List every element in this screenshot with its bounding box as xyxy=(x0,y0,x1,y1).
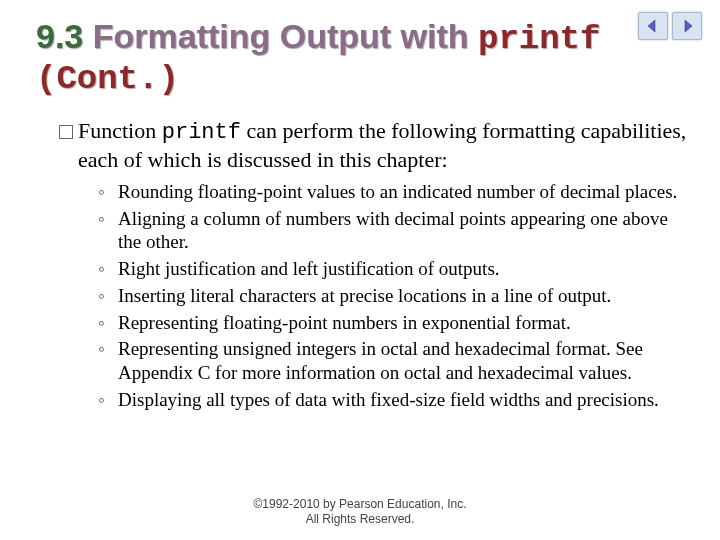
bullet-text: Aligning a column of numbers with decima… xyxy=(118,208,668,253)
copyright-line2: All Rights Reserved. xyxy=(306,512,415,526)
nav-buttons xyxy=(638,12,702,40)
bullet-list: Rounding floating-point values to an ind… xyxy=(36,180,692,412)
list-item: Inserting literal characters at precise … xyxy=(98,284,692,308)
slide-title: 9.3 Formatting Output with printf (Cont.… xyxy=(36,18,622,99)
intro-code-word: printf xyxy=(162,120,241,145)
title-section-number: 9.3 xyxy=(36,17,83,55)
title-main-text: Formatting Output with xyxy=(93,17,469,55)
list-item: Aligning a column of numbers with decima… xyxy=(98,207,692,255)
title-code-word: printf xyxy=(478,20,600,58)
bullet-text: Representing unsigned integers in octal … xyxy=(118,338,643,383)
arrow-left-icon xyxy=(646,19,660,33)
intro-paragraph: Function printf can perform the followin… xyxy=(36,117,692,174)
copyright-line1: ©1992-2010 by Pearson Education, Inc. xyxy=(254,497,467,511)
bullet-text: Rounding floating-point values to an ind… xyxy=(118,181,677,202)
slide: 9.3 Formatting Output with printf (Cont.… xyxy=(0,0,720,540)
svg-marker-1 xyxy=(685,20,692,32)
title-cont: (Cont.) xyxy=(36,60,179,98)
list-item: Representing unsigned integers in octal … xyxy=(98,337,692,385)
list-item: Right justification and left justificati… xyxy=(98,257,692,281)
bullet-text: Representing floating-point numbers in e… xyxy=(118,312,571,333)
nav-next-button[interactable] xyxy=(672,12,702,40)
bullet-text: Displaying all types of data with fixed-… xyxy=(118,389,659,410)
checkbox-icon xyxy=(59,125,73,139)
copyright: ©1992-2010 by Pearson Education, Inc. Al… xyxy=(0,497,720,526)
bullet-text: Inserting literal characters at precise … xyxy=(118,285,611,306)
nav-prev-button[interactable] xyxy=(638,12,668,40)
title-main: Formatting Output with printf xyxy=(93,17,601,55)
bullet-text: Right justification and left justificati… xyxy=(118,258,500,279)
list-item: Rounding floating-point values to an ind… xyxy=(98,180,692,204)
arrow-right-icon xyxy=(680,19,694,33)
list-item: Displaying all types of data with fixed-… xyxy=(98,388,692,412)
svg-marker-0 xyxy=(648,20,655,32)
intro-prefix: Function xyxy=(78,118,156,143)
list-item: Representing floating-point numbers in e… xyxy=(98,311,692,335)
